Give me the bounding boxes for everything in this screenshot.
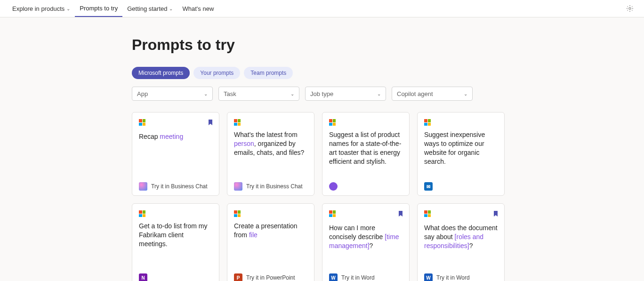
card-header	[329, 210, 403, 219]
svg-point-0	[629, 8, 631, 9]
filter-label: Task	[224, 90, 236, 97]
app-icon: N	[139, 273, 147, 281]
card-footer: N	[139, 273, 213, 281]
chevron-down-icon: ⌄	[169, 6, 173, 11]
card-footer: WTry it in Word	[424, 273, 499, 281]
app-icon	[139, 182, 147, 191]
prompt-text: Recap meeting	[139, 132, 213, 141]
app-icon	[234, 182, 242, 191]
microsoft-logo-icon	[424, 210, 431, 217]
nav-whats-new[interactable]: What's new	[177, 0, 218, 17]
nav-label: What's new	[182, 5, 214, 12]
prompt-card[interactable]: Get a to-do list from my Fabrikam client…	[132, 203, 219, 281]
page-title: Prompts to try	[132, 36, 644, 54]
prompt-card[interactable]: Suggest inexpensive ways to optimize our…	[417, 112, 505, 196]
prompt-card[interactable]: What's the latest from person, organized…	[227, 112, 314, 196]
card-footer: Try it in Business Chat	[234, 182, 308, 191]
prompt-post: ?	[370, 242, 373, 249]
tab-microsoft-prompts[interactable]: Microsoft prompts	[132, 67, 190, 79]
app-icon	[329, 182, 338, 191]
prompt-card[interactable]: Suggest a list of product names for a st…	[322, 112, 410, 196]
prompt-card[interactable]: Recap meetingTry it in Business Chat	[132, 112, 219, 196]
prompt-card[interactable]: Create a presentation from filePTry it i…	[227, 203, 314, 281]
microsoft-logo-icon	[139, 119, 145, 126]
card-header	[329, 119, 403, 126]
card-header	[139, 119, 213, 128]
try-it-link[interactable]: Try it in Business Chat	[151, 183, 208, 190]
filter-copilot-agent[interactable]: Copilot agent⌄	[392, 87, 473, 101]
prompt-pre: What's the latest from	[234, 131, 298, 138]
filter-row: App⌄ Task⌄ Job type⌄ Copilot agent⌄	[132, 87, 644, 101]
filter-label: App	[137, 90, 148, 97]
prompt-text: Suggest a list of product names for a st…	[329, 130, 403, 166]
bookmark-icon[interactable]	[398, 210, 403, 219]
nav-label: Prompts to try	[80, 5, 118, 12]
nav-label: Getting started	[127, 5, 167, 12]
prompt-card[interactable]: What does the document say about [roles …	[417, 203, 505, 281]
card-header	[424, 119, 499, 126]
prompt-card[interactable]: How can I more concisely describe [time …	[322, 203, 410, 281]
app-icon: W	[329, 273, 338, 281]
prompt-text: Suggest inexpensive ways to optimize our…	[424, 130, 499, 166]
card-footer: PTry it in PowerPoint	[234, 273, 308, 281]
card-header	[424, 210, 499, 219]
prompt-placeholder: person	[234, 140, 254, 147]
tab-team-prompts[interactable]: Team prompts	[244, 67, 293, 79]
card-header	[234, 210, 308, 217]
nav-prompts-to-try[interactable]: Prompts to try	[75, 0, 122, 17]
prompt-placeholder: meeting	[160, 133, 183, 140]
microsoft-logo-icon	[329, 119, 336, 126]
try-it-link[interactable]: Try it in Word	[436, 274, 470, 281]
prompt-text: How can I more concisely describe [time …	[329, 224, 403, 250]
try-it-link[interactable]: Try it in Business Chat	[246, 183, 303, 190]
prompt-source-tabs: Microsoft prompts Your prompts Team prom…	[132, 67, 644, 79]
prompt-pre: Suggest inexpensive ways to optimize our…	[424, 131, 485, 165]
prompt-pre: Suggest a list of product names for a st…	[329, 131, 401, 165]
filter-app[interactable]: App⌄	[132, 87, 213, 101]
prompt-post: ?	[469, 242, 473, 249]
prompt-text: What's the latest from person, organized…	[234, 130, 308, 157]
prompt-text: Get a to-do list from my Fabrikam client…	[139, 222, 213, 249]
card-footer: ✉	[424, 182, 499, 191]
try-it-link[interactable]: Try it in Word	[341, 274, 375, 281]
filter-label: Copilot agent	[397, 90, 433, 97]
card-footer: WTry it in Word	[329, 273, 403, 281]
chevron-down-icon: ⌄	[377, 91, 381, 96]
prompt-card-grid: Recap meetingTry it in Business ChatWhat…	[132, 112, 644, 281]
nav-label: Explore in products	[12, 5, 64, 12]
prompt-text: Create a presentation from file	[234, 222, 308, 240]
filter-label: Job type	[310, 90, 333, 97]
nav-explore-products[interactable]: Explore in products ⌄	[8, 0, 75, 17]
card-footer: Try it in Business Chat	[139, 182, 213, 191]
prompt-pre: Create a presentation from	[234, 222, 298, 239]
prompt-pre: Recap	[139, 133, 160, 140]
prompt-pre: How can I more concisely describe	[329, 224, 385, 241]
filter-jobtype[interactable]: Job type⌄	[305, 87, 386, 101]
try-it-link[interactable]: Try it in PowerPoint	[246, 274, 295, 281]
filter-task[interactable]: Task⌄	[218, 87, 299, 101]
app-icon: P	[234, 273, 242, 281]
microsoft-logo-icon	[329, 210, 336, 217]
chevron-down-icon: ⌄	[290, 91, 294, 96]
microsoft-logo-icon	[424, 119, 431, 126]
tab-your-prompts[interactable]: Your prompts	[193, 67, 240, 79]
gear-icon	[626, 5, 634, 12]
microsoft-logo-icon	[234, 119, 241, 126]
card-header	[234, 119, 308, 126]
top-nav: Explore in products ⌄ Prompts to try Get…	[0, 0, 644, 17]
card-footer	[329, 182, 403, 191]
microsoft-logo-icon	[139, 210, 145, 217]
bookmark-icon[interactable]	[208, 119, 213, 128]
main-content: Prompts to try Microsoft prompts Your pr…	[0, 17, 644, 281]
chevron-down-icon: ⌄	[464, 91, 467, 96]
prompt-pre: Get a to-do list from my Fabrikam client…	[139, 222, 207, 248]
microsoft-logo-icon	[234, 210, 241, 217]
app-icon: ✉	[424, 182, 433, 191]
chevron-down-icon: ⌄	[66, 6, 70, 11]
prompt-text: What does the document say about [roles …	[424, 224, 499, 250]
app-icon: W	[424, 273, 433, 281]
bookmark-icon[interactable]	[493, 210, 499, 219]
chevron-down-icon: ⌄	[204, 91, 208, 96]
nav-getting-started[interactable]: Getting started ⌄	[122, 0, 177, 17]
settings-button[interactable]	[623, 2, 636, 15]
